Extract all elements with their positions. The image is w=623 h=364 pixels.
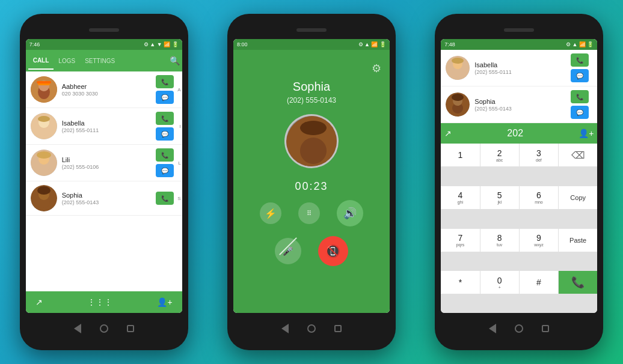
dial-8-sub: tuv bbox=[497, 243, 502, 247]
tab-logs[interactable]: LOGS bbox=[54, 53, 80, 69]
call-screen: ⚙ Sophia (202) 555-0143 00:23 ⚡ ⠿ 🔊 bbox=[233, 50, 390, 313]
back-btn-3[interactable] bbox=[488, 324, 497, 333]
phone3-nav bbox=[441, 317, 597, 341]
tab-call[interactable]: CALL bbox=[28, 52, 54, 70]
search-icon[interactable]: 🔍 bbox=[170, 56, 180, 65]
dial-2[interactable]: 2 abc bbox=[480, 144, 519, 166]
dial-6-main: 6 bbox=[536, 190, 541, 200]
call-controls-row1: ⚡ ⠿ 🔊 bbox=[260, 200, 363, 226]
recents-btn-2[interactable] bbox=[333, 324, 343, 333]
call-controls-row2: 🎤 📵 bbox=[275, 236, 348, 266]
dial-4[interactable]: 4 ghi bbox=[441, 186, 479, 209]
home-btn-2[interactable] bbox=[307, 324, 316, 333]
call-btn-aabheer[interactable]: 📞 bbox=[156, 75, 174, 88]
back-btn-2[interactable] bbox=[280, 324, 290, 333]
contact-item-sophia[interactable]: Sophia (202) 555-0143 📞 S bbox=[26, 181, 182, 216]
avatar-sophia bbox=[31, 185, 57, 211]
phone2-screen: 8:00 ⚙ ▲ 📶 🔋 ⚙ Sophia (202) 555-0143 00:… bbox=[233, 39, 390, 313]
contact-info-aabheer: Aabheer 020 3030 3030 bbox=[62, 83, 156, 97]
dialer-grid: 1 2 abc 3 def ⌫ 4 ghi 5 jkl 6 mno Copy bbox=[441, 144, 597, 313]
svg-point-24 bbox=[452, 58, 464, 64]
speaker-grill-3 bbox=[504, 28, 534, 32]
dial-backspace[interactable]: ⌫ bbox=[559, 144, 597, 166]
dialer-input[interactable]: 202 bbox=[452, 128, 578, 139]
contact-card-isabella[interactable]: Isabella (202) 555-0111 📞 💬 bbox=[441, 50, 597, 86]
msg-btn-lili[interactable]: 💬 bbox=[156, 164, 174, 177]
contact-name-sophia: Sophia bbox=[62, 192, 156, 199]
dial-9-sub: wxyz bbox=[534, 243, 544, 247]
phone3-status-icons: ⚙ ▲ 📶 🔋 bbox=[566, 41, 594, 47]
call-btn-sophia-3[interactable]: 📞 bbox=[571, 90, 589, 103]
avatar-sophia-3 bbox=[446, 93, 470, 117]
home-btn-3[interactable] bbox=[514, 324, 524, 333]
phone1-time: 7:46 bbox=[29, 41, 40, 47]
dial-hash[interactable]: # bbox=[520, 271, 558, 294]
dial-0-sub: + bbox=[499, 285, 501, 290]
dial-6[interactable]: 6 mno bbox=[520, 186, 558, 209]
settings-icon-call[interactable]: ⚙ bbox=[372, 62, 381, 75]
dial-1[interactable]: 1 bbox=[441, 144, 479, 166]
dial-8[interactable]: 8 tuv bbox=[480, 229, 519, 252]
speaker-btn[interactable]: 🔊 bbox=[337, 200, 363, 226]
dial-9-main: 9 bbox=[536, 233, 541, 243]
back-btn[interactable] bbox=[73, 324, 82, 333]
dial-5[interactable]: 5 jkl bbox=[480, 186, 519, 209]
add-contact-icon-dialer[interactable]: 👤+ bbox=[578, 129, 594, 138]
call-btn-lili[interactable]: 📞 bbox=[156, 148, 174, 162]
recents-btn-3[interactable] bbox=[541, 324, 550, 333]
msg-btn-isabella-3[interactable]: 💬 bbox=[571, 69, 589, 82]
svg-point-18 bbox=[300, 138, 327, 164]
contact-number-lili: (202) 555-0106 bbox=[62, 164, 156, 170]
dialpad-btn[interactable]: ⠿ bbox=[298, 202, 320, 224]
end-call-btn[interactable]: 📵 bbox=[318, 236, 348, 266]
dial-3-main: 3 bbox=[536, 148, 541, 158]
contact-item-isabella[interactable]: Isabella (202) 555-0111 📞 💬 I bbox=[26, 108, 182, 145]
share-icon[interactable]: ↗ bbox=[35, 297, 43, 307]
dial-0-main: 0 bbox=[497, 276, 502, 285]
dial-4-sub: ghi bbox=[458, 200, 463, 204]
svg-rect-4 bbox=[37, 81, 51, 83]
dial-star[interactable]: * bbox=[441, 271, 479, 294]
dial-9[interactable]: 9 wxyz bbox=[520, 229, 558, 252]
phone1-bottom-bar: ↗ ⋮⋮⋮ 👤+ bbox=[26, 291, 182, 313]
msg-btn-aabheer[interactable]: 💬 bbox=[156, 91, 174, 104]
contact-info-isabella-3: Isabella (202) 555-0111 bbox=[474, 61, 571, 75]
msg-btn-sophia-3[interactable]: 💬 bbox=[571, 106, 589, 119]
contact-actions-sophia-3: 📞 💬 bbox=[571, 90, 589, 119]
dial-7[interactable]: 7 pqrs bbox=[441, 229, 479, 252]
dial-0[interactable]: 0 + bbox=[480, 271, 519, 294]
phone2-nav bbox=[233, 317, 390, 341]
call-number: (202) 555-0143 bbox=[287, 96, 336, 105]
dial-7-main: 7 bbox=[458, 233, 463, 243]
contact-actions-aabheer: 📞 💬 bbox=[156, 75, 174, 104]
avatar-isabella bbox=[31, 113, 57, 139]
contact-item-aabheer[interactable]: Aabheer 020 3030 3030 📞 💬 A bbox=[26, 71, 182, 108]
dial-2-main: 2 bbox=[497, 148, 502, 158]
contact-card-sophia[interactable]: Sophia (202) 555-0143 📞 💬 bbox=[441, 86, 597, 123]
share-icon-dialer[interactable]: ↗ bbox=[444, 129, 452, 138]
msg-btn-isabella[interactable]: 💬 bbox=[156, 127, 174, 141]
contact-actions-isabella-3: 📞 💬 bbox=[571, 53, 589, 82]
mute-btn[interactable]: 🎤 bbox=[275, 238, 301, 264]
call-btn-isabella-3[interactable]: 📞 bbox=[571, 53, 589, 67]
dial-copy[interactable]: Copy bbox=[559, 186, 597, 209]
speaker-grill-2 bbox=[296, 28, 327, 32]
call-btn-isabella[interactable]: 📞 bbox=[156, 112, 174, 125]
dial-4-main: 4 bbox=[458, 190, 463, 200]
dial-3[interactable]: 3 def bbox=[520, 144, 558, 166]
home-btn[interactable] bbox=[99, 324, 109, 333]
bluetooth-btn[interactable]: ⚡ bbox=[260, 202, 281, 224]
recents-btn[interactable] bbox=[126, 324, 135, 333]
dial-paste[interactable]: Paste bbox=[559, 229, 597, 252]
contact-item-lili[interactable]: Lili (202) 555-0106 📞 💬 L bbox=[26, 145, 182, 181]
contact-list: Aabheer 020 3030 3030 📞 💬 A bbox=[26, 71, 182, 291]
phone1-app-header: CALL LOGS SETTINGS 🔍 bbox=[26, 50, 182, 71]
add-contact-icon[interactable]: 👤+ bbox=[157, 297, 172, 307]
contact-name-isabella: Isabella bbox=[62, 120, 156, 127]
contact-info-isabella: Isabella (202) 555-0111 bbox=[62, 120, 156, 133]
tab-settings[interactable]: SETTINGS bbox=[80, 53, 120, 69]
svg-point-16 bbox=[37, 186, 51, 195]
dialpad-icon[interactable]: ⋮⋮⋮ bbox=[87, 297, 112, 307]
call-btn-sophia[interactable]: 📞 bbox=[156, 192, 174, 205]
dial-call-btn[interactable]: 📞 bbox=[559, 271, 597, 294]
